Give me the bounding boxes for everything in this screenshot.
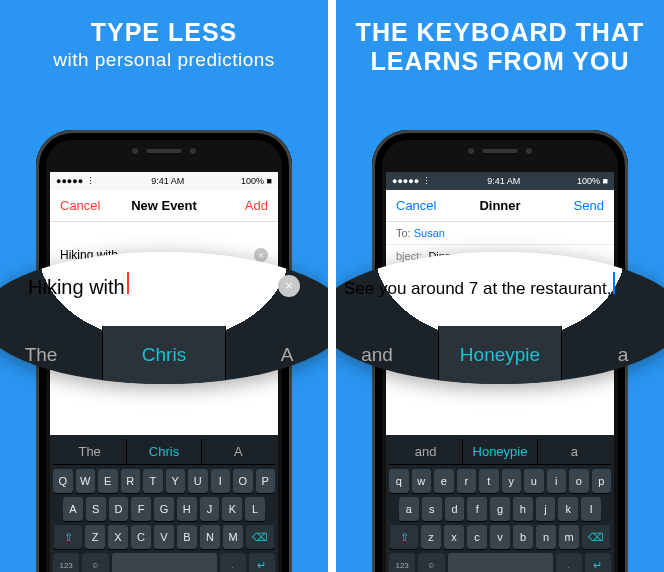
key-f[interactable]: f bbox=[467, 497, 487, 521]
send-button[interactable]: Send bbox=[556, 198, 604, 213]
suggestion-middle[interactable]: Chris bbox=[102, 326, 226, 384]
text-cursor bbox=[127, 272, 129, 294]
nav-title: New Event bbox=[131, 198, 197, 213]
key-v[interactable]: V bbox=[154, 525, 174, 549]
key-l[interactable]: L bbox=[245, 497, 265, 521]
key-k[interactable]: K bbox=[222, 497, 242, 521]
headline-line2: LEARNS FROM YOU bbox=[336, 47, 664, 76]
shift-key[interactable]: ⇧ bbox=[54, 525, 82, 549]
key-n[interactable]: N bbox=[200, 525, 220, 549]
cancel-button[interactable]: Cancel bbox=[60, 198, 108, 213]
keyboard: and Honeypie a qwertyuiop asdfghjkl ⇧ zx… bbox=[386, 435, 614, 572]
key-g[interactable]: g bbox=[490, 497, 510, 521]
key-i[interactable]: i bbox=[547, 469, 567, 493]
key-c[interactable]: c bbox=[467, 525, 487, 549]
key-w[interactable]: W bbox=[76, 469, 96, 493]
spacebar[interactable] bbox=[448, 553, 553, 572]
key-m[interactable]: M bbox=[223, 525, 243, 549]
key-s[interactable]: S bbox=[86, 497, 106, 521]
period-key[interactable]: . bbox=[556, 553, 582, 572]
key-i[interactable]: I bbox=[211, 469, 231, 493]
keyboard-row-2: asdfghjkl bbox=[389, 497, 611, 521]
key-p[interactable]: p bbox=[592, 469, 612, 493]
status-time: 9:41 AM bbox=[151, 176, 184, 186]
key-t[interactable]: T bbox=[143, 469, 163, 493]
key-d[interactable]: D bbox=[109, 497, 129, 521]
suggestion-left[interactable]: and bbox=[389, 439, 463, 464]
numbers-key[interactable]: 123 bbox=[53, 553, 79, 572]
key-h[interactable]: H bbox=[177, 497, 197, 521]
carrier-signal: ●●●●● ⋮ bbox=[392, 176, 431, 186]
key-l[interactable]: l bbox=[581, 497, 601, 521]
key-h[interactable]: h bbox=[513, 497, 533, 521]
key-p[interactable]: P bbox=[256, 469, 276, 493]
text-cursor bbox=[613, 272, 615, 294]
key-a[interactable]: A bbox=[63, 497, 83, 521]
suggestion-right[interactable]: A bbox=[202, 439, 275, 464]
key-y[interactable]: Y bbox=[166, 469, 186, 493]
key-e[interactable]: E bbox=[98, 469, 118, 493]
key-t[interactable]: t bbox=[479, 469, 499, 493]
carrier-signal: ●●●●● ⋮ bbox=[56, 176, 95, 186]
cancel-button[interactable]: Cancel bbox=[396, 198, 444, 213]
key-j[interactable]: J bbox=[200, 497, 220, 521]
key-x[interactable]: x bbox=[444, 525, 464, 549]
key-z[interactable]: z bbox=[421, 525, 441, 549]
key-c[interactable]: C bbox=[131, 525, 151, 549]
keyboard-row-3: ⇧ zxcvbnm ⌫ bbox=[389, 525, 611, 549]
key-y[interactable]: y bbox=[502, 469, 522, 493]
key-j[interactable]: j bbox=[536, 497, 556, 521]
keyboard-row-1: qwertyuiop bbox=[389, 469, 611, 493]
magnified-input[interactable]: See you around 7 at the restaurant, bbox=[344, 272, 615, 299]
key-r[interactable]: r bbox=[457, 469, 477, 493]
key-o[interactable]: o bbox=[569, 469, 589, 493]
key-n[interactable]: n bbox=[536, 525, 556, 549]
suggestion-middle[interactable]: Honeypie bbox=[438, 326, 562, 384]
battery-indicator: 100% ■ bbox=[577, 176, 608, 186]
key-u[interactable]: u bbox=[524, 469, 544, 493]
suggestion-middle[interactable]: Honeypie bbox=[463, 439, 537, 464]
suggestion-right[interactable]: a bbox=[538, 439, 611, 464]
suggestion-left[interactable]: The bbox=[53, 439, 127, 464]
key-q[interactable]: q bbox=[389, 469, 409, 493]
enter-key[interactable]: ↵ bbox=[249, 553, 275, 572]
key-e[interactable]: e bbox=[434, 469, 454, 493]
suggestion-middle[interactable]: Chris bbox=[127, 439, 201, 464]
period-key[interactable]: . bbox=[220, 553, 246, 572]
key-z[interactable]: Z bbox=[85, 525, 105, 549]
key-v[interactable]: v bbox=[490, 525, 510, 549]
numbers-key[interactable]: 123 bbox=[389, 553, 415, 572]
backspace-key[interactable]: ⌫ bbox=[246, 525, 274, 549]
key-b[interactable]: B bbox=[177, 525, 197, 549]
emoji-key[interactable]: ☺ bbox=[418, 553, 444, 572]
key-b[interactable]: b bbox=[513, 525, 533, 549]
emoji-key[interactable]: ☺ bbox=[82, 553, 108, 572]
enter-key[interactable]: ↵ bbox=[585, 553, 611, 572]
magnifier-overlay: See you around 7 at the restaurant, and … bbox=[336, 252, 664, 384]
key-s[interactable]: s bbox=[422, 497, 442, 521]
add-button[interactable]: Add bbox=[220, 198, 268, 213]
key-m[interactable]: m bbox=[559, 525, 579, 549]
nav-title: Dinner bbox=[479, 198, 520, 213]
nav-bar: Cancel Dinner Send bbox=[386, 190, 614, 222]
key-g[interactable]: G bbox=[154, 497, 174, 521]
spacebar[interactable] bbox=[112, 553, 217, 572]
key-u[interactable]: U bbox=[188, 469, 208, 493]
key-x[interactable]: X bbox=[108, 525, 128, 549]
key-k[interactable]: k bbox=[558, 497, 578, 521]
backspace-key[interactable]: ⌫ bbox=[582, 525, 610, 549]
clear-icon[interactable]: × bbox=[278, 275, 300, 297]
key-w[interactable]: w bbox=[412, 469, 432, 493]
battery-indicator: 100% ■ bbox=[241, 176, 272, 186]
shift-key[interactable]: ⇧ bbox=[390, 525, 418, 549]
magnified-input[interactable]: Hiking with bbox=[28, 272, 129, 299]
to-field[interactable]: To: Susan bbox=[386, 222, 614, 245]
keyboard-row-3: ⇧ ZXCVBNM ⌫ bbox=[53, 525, 275, 549]
key-q[interactable]: Q bbox=[53, 469, 73, 493]
key-o[interactable]: O bbox=[233, 469, 253, 493]
key-d[interactable]: d bbox=[445, 497, 465, 521]
key-a[interactable]: a bbox=[399, 497, 419, 521]
key-f[interactable]: F bbox=[131, 497, 151, 521]
headline-sub: with personal predictions bbox=[0, 49, 328, 71]
key-r[interactable]: R bbox=[121, 469, 141, 493]
